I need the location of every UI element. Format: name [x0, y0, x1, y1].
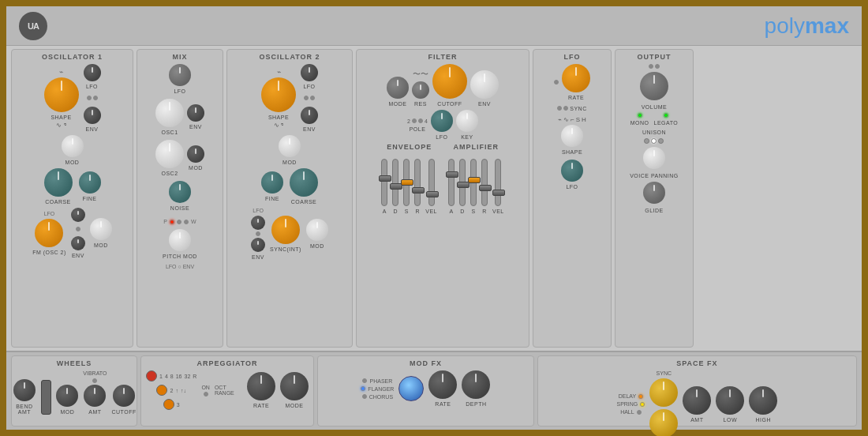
osc1-mod2-label: MOD	[94, 242, 108, 248]
osc2-sync-label: SYNC(INT)	[270, 246, 301, 252]
osc2-lfo-knob[interactable]	[301, 64, 318, 81]
lfo-rate-knob[interactable]	[562, 64, 590, 92]
mix-mid-led	[177, 220, 181, 224]
osc2-mod-knob[interactable]	[279, 135, 301, 157]
lfo-shape-knob[interactable]	[561, 125, 583, 147]
osc1-led2	[93, 96, 98, 100]
unison-dot2[interactable]	[651, 138, 657, 144]
amp-r-fader[interactable]: R	[481, 159, 488, 214]
osc1-lfo-knob[interactable]	[84, 64, 101, 81]
arp-rate-knob[interactable]	[247, 372, 275, 400]
mix-env-knob[interactable]	[187, 104, 204, 122]
spacefx-high-knob[interactable]	[749, 386, 777, 415]
lfo-rate-label: RATE	[568, 95, 584, 100]
modfx-rate-knob[interactable]	[428, 370, 457, 399]
osc1-title: OSCILLATOR 1	[42, 53, 103, 61]
output-mono-label: MONO	[630, 120, 649, 126]
arp-on-label: ON	[201, 385, 210, 390]
osc2-fine-knob[interactable]	[261, 171, 283, 194]
spacefx-delay-led	[638, 394, 643, 399]
osc2-env-knob[interactable]	[301, 107, 318, 124]
lfo-lfo-knob[interactable]	[561, 160, 583, 182]
arp-title: ARPEGGIATOR	[196, 359, 257, 367]
filter-env-label: ENV	[478, 101, 491, 107]
amp-vel-fader[interactable]: VEL	[492, 159, 504, 214]
output-volume-knob[interactable]	[640, 72, 668, 100]
arp-mode-knob[interactable]	[280, 372, 309, 400]
filter-lfo-knob[interactable]	[431, 110, 453, 132]
osc1-env-knob[interactable]	[84, 107, 101, 124]
amp-s-fader[interactable]: S	[470, 159, 477, 214]
env-vel-fader[interactable]: VEL	[425, 159, 437, 214]
mix-noise-knob[interactable]	[169, 181, 191, 203]
spacefx-amt-knob[interactable]	[683, 386, 711, 415]
filter-cutoff-knob[interactable]	[432, 64, 467, 99]
osc2-env2-knob[interactable]	[251, 238, 265, 252]
arp-btn1[interactable]	[146, 370, 157, 382]
osc1-mod-knob[interactable]	[62, 135, 84, 157]
output-voicepanning-knob[interactable]	[643, 147, 665, 169]
amp-a-fader[interactable]: A	[448, 159, 455, 214]
osc2-coarse-knob[interactable]	[290, 168, 318, 197]
spacefx-amt-label: AMT	[690, 417, 703, 423]
filter-env-knob[interactable]	[470, 70, 499, 99]
amp-d-fader[interactable]: D	[459, 159, 466, 214]
filter-key-knob[interactable]	[456, 110, 478, 132]
osc1-lfo2-knob[interactable]	[71, 208, 85, 222]
osc1-fm-knob[interactable]	[35, 219, 63, 247]
mix-lfo-knob[interactable]	[169, 64, 191, 86]
lfo-lfo-label: LFO	[566, 184, 578, 190]
mix-noise-label: NOISE	[170, 205, 189, 211]
osc2-env2-label: ENV	[252, 254, 264, 260]
wheels-bendamt-knob[interactable]	[13, 379, 36, 401]
osc1-mod2-knob[interactable]	[90, 218, 112, 240]
lfo-title: LFO	[564, 53, 581, 61]
arp-btn2[interactable]	[156, 385, 167, 396]
mix-mod-knob[interactable]	[187, 145, 204, 163]
osc1-lfo-label: LFO	[86, 84, 98, 89]
env-a-fader[interactable]: A	[381, 159, 387, 214]
main-area: OSCILLATOR 1 ⌁ SHAPE ∿ ᵑ LFO	[6, 46, 862, 351]
wheels-amt-knob[interactable]	[84, 385, 106, 407]
env-s-fader[interactable]: S	[403, 159, 410, 214]
unison-dot1[interactable]	[644, 138, 649, 144]
lfo-sync-label: SYNC	[570, 106, 586, 111]
osc2-mod2-knob[interactable]	[306, 219, 328, 241]
filter-mode-knob[interactable]	[387, 77, 409, 99]
brand-max: max	[805, 13, 849, 39]
wheels-mod-knob[interactable]	[56, 385, 78, 407]
filter-pole-led2	[418, 118, 423, 123]
env-r-fader[interactable]: R	[414, 159, 421, 214]
osc1-mod-label: MOD	[65, 160, 80, 165]
mix-osc1-knob[interactable]	[155, 99, 184, 127]
spacefx-low-knob[interactable]	[716, 386, 744, 415]
osc2-title: OSCILLATOR 2	[259, 53, 320, 61]
osc1-coarse-knob[interactable]	[44, 168, 73, 197]
output-led1	[649, 64, 653, 69]
osc2-lfo2-knob[interactable]	[251, 216, 265, 230]
mix-osc2-knob[interactable]	[155, 140, 184, 168]
filter-res-knob[interactable]	[412, 81, 429, 99]
osc2-fine-label: FINE	[265, 196, 279, 201]
osc2-led2	[310, 96, 315, 100]
filter-mode-label: MODE	[389, 101, 407, 107]
wheels-wheel[interactable]	[41, 380, 51, 415]
mix-pitchmod-knob[interactable]	[169, 229, 191, 251]
spacefx-knob2[interactable]	[649, 409, 678, 436]
env-d-fader[interactable]: D	[392, 159, 398, 214]
osc2-sync-knob[interactable]	[271, 216, 300, 244]
osc1-env2-knob[interactable]	[71, 236, 85, 250]
arp-btn3[interactable]	[163, 399, 174, 410]
arpeggiator-section: ARPEGGIATOR 1 4 8 16 32 R 2	[140, 355, 314, 427]
unison-dot3[interactable]	[658, 138, 664, 144]
output-glide-knob[interactable]	[643, 182, 665, 204]
osc1-fine-knob[interactable]	[79, 171, 101, 194]
osc1-shape-knob[interactable]	[44, 77, 79, 112]
modfx-depth-knob[interactable]	[462, 370, 490, 399]
osc2-shape-knob[interactable]	[261, 77, 296, 112]
arp-on-led[interactable]	[204, 392, 208, 397]
wheels-cutoff-knob[interactable]	[113, 385, 135, 407]
modfx-on-button[interactable]	[398, 376, 424, 401]
oscillator2-section: OSCILLATOR 2 ⌁ SHAPE ∿ ᵑ LFO	[226, 49, 353, 348]
spacefx-knob1[interactable]	[649, 378, 678, 407]
